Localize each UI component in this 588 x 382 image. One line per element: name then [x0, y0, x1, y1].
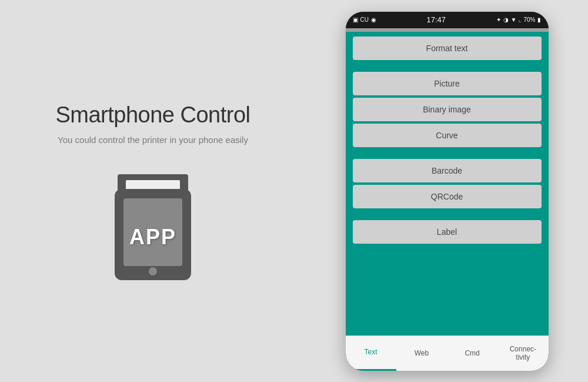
bottom-navigation: Text Web Cmd Connec-tivity — [346, 336, 549, 371]
nav-connectivity-label: Connec-tivity — [510, 345, 536, 362]
wifi-icon: ◟ — [519, 16, 521, 23]
menu-group-1: Format text — [353, 36, 542, 60]
sim-icon: ▣ — [353, 16, 358, 23]
status-right: ✦ ◑ ▼ ◟ 70% ▮ — [496, 16, 542, 23]
phone-main-content: Format text Picture Binary image Curve B… — [346, 32, 549, 336]
bluetooth-icon: ✦ — [496, 16, 501, 23]
page-title: Smartphone Control — [55, 102, 250, 128]
nav-web[interactable]: Web — [396, 336, 447, 371]
battery-icon: ▮ — [537, 16, 541, 23]
btn-barcode[interactable]: Barcode — [353, 159, 542, 182]
btn-picture[interactable]: Picture — [353, 72, 542, 95]
page-subtitle: You could control the printer in your ph… — [58, 135, 248, 145]
teal-spacer-3 — [353, 213, 542, 220]
teal-spacer-1 — [353, 65, 542, 72]
clock: 17:47 — [426, 15, 446, 24]
menu-group-2: Picture Binary image Curve — [353, 72, 542, 147]
app-text: APP — [129, 224, 176, 249]
btn-format-text[interactable]: Format text — [353, 36, 542, 60]
menu-area: Format text Picture Binary image Curve B… — [346, 32, 549, 336]
btn-qrcode[interactable]: QRCode — [353, 185, 542, 208]
nav-connectivity[interactable]: Connec-tivity — [497, 336, 548, 371]
menu-group-3: Barcode QRCode — [353, 159, 542, 208]
nav-web-label: Web — [415, 349, 429, 357]
phone-device: ▣ CU ◉ 17:47 ✦ ◑ ▼ ◟ 70% ▮ Format text — [346, 12, 549, 371]
menu-group-4: Label — [353, 220, 542, 244]
battery-percent: 70% — [523, 16, 535, 23]
device-button — [149, 267, 157, 275]
left-panel: Smartphone Control You could control the… — [0, 0, 306, 382]
btn-binary-image[interactable]: Binary image — [353, 98, 542, 121]
nav-text[interactable]: Text — [346, 336, 396, 371]
status-bar: ▣ CU ◉ 17:47 ✦ ◑ ▼ ◟ 70% ▮ — [346, 12, 549, 28]
right-panel: ▣ CU ◉ 17:47 ✦ ◑ ▼ ◟ 70% ▮ Format text — [306, 0, 588, 382]
app-icon-illustration: APP — [106, 174, 200, 280]
alarm-icon: ◑ — [503, 16, 509, 23]
signal-icon: ▼ — [511, 16, 517, 23]
nav-cmd[interactable]: Cmd — [447, 336, 497, 371]
btn-label[interactable]: Label — [353, 220, 542, 244]
btn-curve[interactable]: Curve — [353, 124, 542, 147]
status-left: ▣ CU ◉ — [353, 16, 376, 23]
teal-spacer-2 — [353, 152, 542, 159]
message-icon: ◉ — [371, 16, 376, 23]
nav-text-label: Text — [365, 348, 377, 356]
nav-cmd-label: Cmd — [465, 349, 479, 357]
carrier-text: CU — [360, 16, 369, 23]
